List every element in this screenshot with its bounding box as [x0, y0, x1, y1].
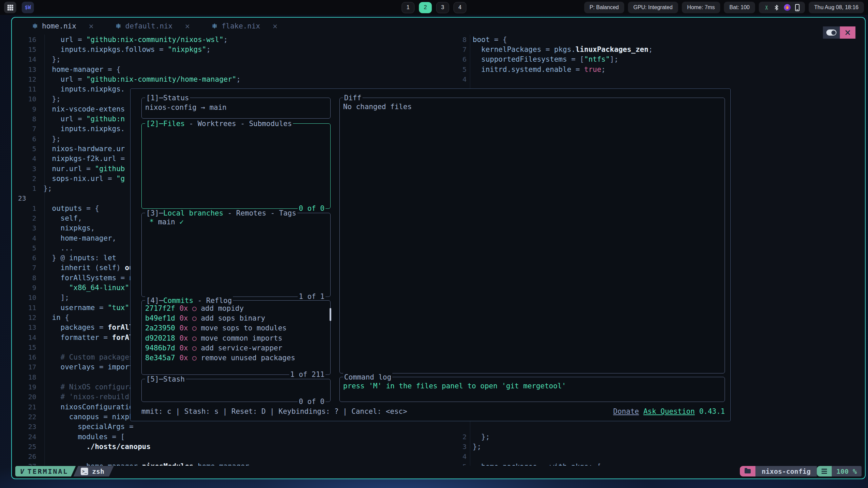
line-number: 12	[12, 75, 36, 83]
workspace-button-1[interactable]: 1	[402, 2, 415, 13]
command-log-content: press 'M' in the files panel to open 'gi…	[340, 377, 725, 390]
apps-grid-icon	[7, 5, 13, 11]
line-number: 22	[12, 413, 36, 421]
line-number: 18	[12, 373, 36, 381]
commit-row[interactable]: 8e345a7 0x ○ remove unused packages	[144, 353, 327, 363]
code-line: 16 url = "github:nix-community/nixos-wsl…	[12, 35, 446, 44]
ask-question-link[interactable]: Ask Question	[643, 407, 695, 415]
statusline: V TERMINAL >_ zsh nixos-config 100 %	[15, 466, 862, 476]
code-line: 27 home-manager.nixosModules.home-manage…	[12, 462, 446, 466]
branches-panel-count: 1 of 1	[298, 292, 326, 301]
code-line: 2 };	[446, 432, 865, 442]
system-tray[interactable]: ✂	[759, 2, 805, 13]
tab-close-icon[interactable]: ×	[272, 22, 278, 30]
commit-row[interactable]: 2717f2f 0x ○ add mopidy	[144, 303, 327, 313]
lazygit-stash-panel[interactable]: [5]─Stash 0 of 0	[141, 379, 331, 402]
progress-segment: 100 %	[832, 466, 862, 476]
workspace-widget-label: $W	[25, 4, 31, 11]
scissors-icon[interactable]: ✂	[763, 5, 770, 10]
folder-icon	[745, 469, 751, 473]
status-panel-title: [1]─Status	[145, 94, 190, 102]
line-number: 26	[12, 452, 36, 461]
lazygit-status-panel[interactable]: [1]─Status nixos-config → main	[141, 98, 331, 119]
nix-snowflake-icon: ❄	[32, 22, 38, 30]
line-number: 4	[12, 155, 36, 163]
line-number: 23	[12, 194, 36, 202]
command-log-title: Command log	[343, 373, 392, 381]
lazygit-version: 0.43.1	[699, 407, 725, 415]
commits-list: 2717f2f 0x ○ add mopidyb49ef1d 0x ○ add …	[142, 301, 330, 363]
workspace-button-4[interactable]: 4	[454, 2, 467, 13]
diff-panel-content: No changed files	[340, 98, 725, 111]
lazygit-diff-panel[interactable]: Diff No changed files	[339, 98, 725, 373]
line-number: 7	[12, 264, 36, 272]
commit-row[interactable]: 2a23950 0x ○ move sops to modules	[144, 323, 327, 333]
tab-home.nix[interactable]: ❄home.nix×	[32, 22, 94, 30]
code-line: 4	[446, 74, 865, 84]
tab-close-icon[interactable]: ×	[88, 22, 94, 30]
commits-scrollbar[interactable]	[330, 308, 331, 321]
flame-icon[interactable]	[784, 4, 791, 11]
line-number: 1	[12, 204, 36, 212]
ping-pill: Home: 7ms	[682, 2, 721, 13]
line-number: 3	[446, 443, 467, 451]
code-line: 4	[446, 452, 865, 462]
commit-row[interactable]: b49ef1d 0x ○ add sops binary	[144, 313, 327, 323]
code-line: 8boot = {	[446, 35, 865, 44]
branches-panel-title: [3]─Local branches - Remotes - Tags	[145, 209, 297, 217]
line-number: 7	[12, 125, 36, 133]
line-number: 15	[12, 343, 36, 351]
code-line: 15 inputs.nixpkgs.follows = "nixpkgs";	[12, 44, 446, 54]
nix-snowflake-icon: ❄	[212, 22, 218, 30]
lazygit-branches-panel[interactable]: [3]─Local branches - Remotes - Tags * ma…	[141, 213, 331, 297]
code-line: 5 home.packages = with pkgs; [	[446, 462, 865, 466]
lazygit-files-panel[interactable]: [2]─Files - Worktrees - Submodules 0 of …	[141, 123, 331, 209]
code-line: 5 initrd.systemd.enable = true;	[446, 64, 865, 74]
donate-link[interactable]: Donate	[613, 407, 639, 415]
tab-flake.nix[interactable]: ❄flake.nix×	[212, 22, 278, 30]
project-label: nixos-config	[762, 467, 811, 475]
code-line: 26	[12, 451, 446, 461]
workspace-widget-button[interactable]: $W	[22, 2, 34, 13]
line-number: 25	[12, 443, 36, 451]
line-number: 11	[12, 85, 36, 93]
lazygit-commits-panel[interactable]: [4]─Commits - Reflog 2717f2f 0x ○ add mo…	[141, 300, 331, 375]
commit-row[interactable]: d920218 0x ○ move common imports	[144, 333, 327, 343]
line-number: 5	[12, 244, 36, 252]
workspace-button-3[interactable]: 3	[436, 2, 449, 13]
line-number: 15	[12, 45, 36, 54]
tab-label: default.nix	[125, 22, 173, 30]
folder-segment	[740, 466, 755, 476]
lazygit-command-log-panel: Command log press 'M' in the files panel…	[339, 377, 725, 402]
line-number: 10	[12, 95, 36, 103]
buffer-tabbar: ❄home.nix×❄default.nix×❄flake.nix×	[12, 18, 865, 35]
phone-icon[interactable]	[795, 4, 800, 11]
lines-icon	[822, 469, 827, 470]
code-line: 14 };	[12, 55, 446, 64]
gpu-pill: GPU: Integrated	[628, 2, 678, 13]
line-number: 11	[12, 304, 36, 312]
progress-label: 100 %	[836, 467, 857, 475]
line-number: 4	[446, 452, 467, 461]
launcher-button[interactable]	[4, 2, 16, 13]
vim-icon: V	[20, 467, 24, 475]
mode-label: TERMINAL	[27, 467, 68, 475]
line-number: 20	[12, 393, 36, 401]
line-number: 1	[12, 184, 36, 192]
commits-panel-title: [4]─Commits - Reflog	[145, 297, 233, 305]
bluetooth-icon[interactable]	[773, 4, 780, 11]
code-line: 3};	[446, 442, 865, 451]
workspace-button-2[interactable]: 2	[419, 2, 432, 13]
commit-row[interactable]: 9486b7d 0x ○ add service-wrapper	[144, 343, 327, 353]
stash-panel-count: 0 of 0	[298, 398, 326, 406]
line-number: 8	[12, 115, 36, 123]
line-number: 5	[12, 145, 36, 153]
code-line: 23 specialArgs =	[12, 422, 446, 432]
tab-default.nix[interactable]: ❄default.nix×	[116, 22, 190, 30]
tab-close-icon[interactable]: ×	[185, 22, 190, 30]
line-number: 14	[12, 55, 36, 63]
line-number: 13	[12, 65, 36, 74]
line-number: 27	[12, 462, 36, 466]
line-number: 6	[12, 135, 36, 143]
line-number: 4	[12, 234, 36, 242]
